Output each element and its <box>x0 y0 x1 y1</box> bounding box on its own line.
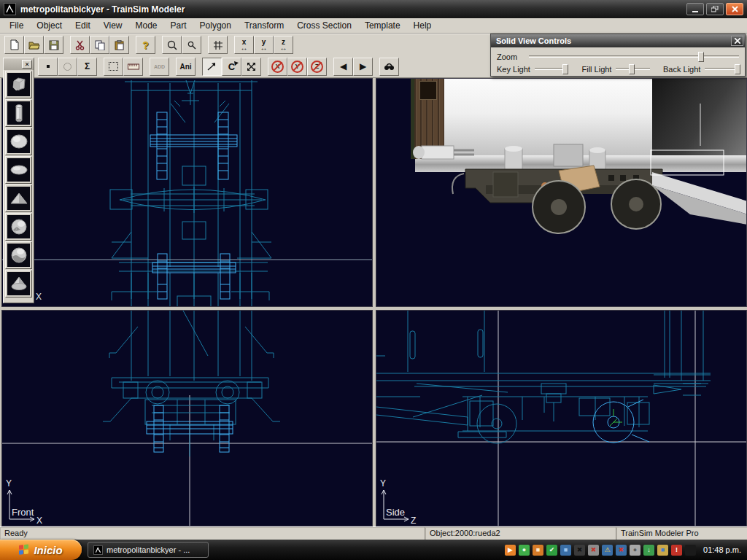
update-download-icon[interactable]: ↓ <box>643 545 654 556</box>
lock-y-button[interactable]: Y <box>287 58 307 76</box>
move-tool-icon[interactable] <box>202 58 222 76</box>
menu-edit[interactable]: Edit <box>69 19 97 32</box>
device-removed-icon[interactable]: ✖ <box>588 545 599 556</box>
point-mode-icon[interactable] <box>38 58 58 76</box>
panel-close-icon[interactable] <box>731 36 743 46</box>
zoom-in-icon[interactable] <box>162 36 182 54</box>
network-places-icon[interactable]: ■ <box>560 545 571 556</box>
minimize-button[interactable] <box>686 3 704 15</box>
menu-help[interactable]: Help <box>407 19 438 32</box>
viewport-name-label: Side <box>386 507 405 518</box>
copy-icon[interactable] <box>90 36 109 54</box>
box-primitive-button[interactable] <box>5 71 32 98</box>
zoom-slider-thumb[interactable] <box>698 52 704 62</box>
menu-template[interactable]: Template <box>358 19 407 32</box>
task-app-icon <box>93 545 103 555</box>
close-button[interactable] <box>726 3 743 15</box>
menu-polygon[interactable]: Polygon <box>193 19 238 32</box>
title-bar: metropolitanbickyer - TrainSim Modeler <box>0 0 747 18</box>
constrain-x-button[interactable]: x↔ <box>234 36 254 54</box>
wedge-primitive-button[interactable] <box>5 184 32 212</box>
cone-primitive-button[interactable] <box>5 270 32 298</box>
grid-toggle-icon[interactable] <box>208 36 228 54</box>
menu-cross-section[interactable]: Cross Section <box>290 19 358 32</box>
fill-light-slider-thumb[interactable] <box>629 64 635 74</box>
circle-mode-icon[interactable] <box>58 58 77 76</box>
audio-volume-icon[interactable]: ● <box>630 545 640 556</box>
geosphere-primitive-button[interactable] <box>5 213 32 241</box>
constrain-z-button[interactable]: z↔ <box>274 36 293 54</box>
restore-button[interactable] <box>706 3 724 15</box>
animation-button[interactable]: Ani <box>176 58 196 76</box>
open-file-icon[interactable] <box>24 36 44 54</box>
taskbar-task-trainsim[interactable]: metropolitanbickyer - ... <box>88 542 209 558</box>
lock-z-button[interactable]: Z <box>307 58 327 76</box>
media-player-icon[interactable]: ▶ <box>505 545 516 556</box>
marquee-select-icon[interactable] <box>104 58 123 76</box>
trainsim-modeler-window: metropolitanbickyer - TrainSim Modeler F… <box>0 0 747 560</box>
menu-object[interactable]: Object <box>30 19 69 32</box>
sphere-primitive-button[interactable] <box>5 128 32 155</box>
viewport-front-bottom[interactable]: Y Front X <box>1 310 373 526</box>
shape-toolbar-titlebar[interactable]: ✕ <box>4 58 34 70</box>
menu-transform[interactable]: Transform <box>238 19 290 32</box>
paste-icon[interactable] <box>109 36 129 54</box>
menu-file[interactable]: File <box>3 19 30 32</box>
jack-utility-icon[interactable]: ✖ <box>574 545 585 556</box>
cylinder-primitive-button[interactable] <box>5 99 32 127</box>
cut-icon[interactable] <box>70 36 90 54</box>
messenger-icon[interactable]: ● <box>519 545 530 556</box>
antivirus-ok-icon[interactable]: ✔ <box>546 545 557 556</box>
system-tray: ▶ ● ■ ✔ ■ ✖ ✖ ⚠ ✖ ● ↓ ■ ! 01:48 p.m. <box>505 545 747 556</box>
menu-part[interactable]: Part <box>164 19 193 32</box>
ruler-icon[interactable] <box>123 58 143 76</box>
viewport-side[interactable]: Y Side Z <box>376 310 747 526</box>
zoom-slider-row: Zoom <box>497 50 739 63</box>
axis-z-label: Z <box>411 516 416 526</box>
add-part-button[interactable]: ADD <box>150 58 169 76</box>
back-light-label: Back Light <box>663 65 700 74</box>
save-file-icon[interactable] <box>44 36 63 54</box>
color-grid-app-icon[interactable] <box>685 545 696 556</box>
start-button[interactable]: Inicio <box>0 540 82 560</box>
status-bar: Ready Object:2000:rueda2 TrainSim Modele… <box>0 526 747 540</box>
network-warning-icon[interactable]: ⚠ <box>602 545 613 556</box>
viewport-front-top[interactable]: X <box>1 78 373 307</box>
menu-mode[interactable]: Mode <box>129 19 164 32</box>
key-light-slider-thumb[interactable] <box>562 64 568 74</box>
viewport-render[interactable] <box>376 78 747 307</box>
file-sync-icon[interactable]: ■ <box>657 545 668 556</box>
scale-tool-icon[interactable] <box>241 58 261 76</box>
find-icon[interactable] <box>379 58 399 76</box>
taskbar-clock[interactable]: 01:48 p.m. <box>703 545 741 554</box>
prev-part-button[interactable]: ◀ <box>333 58 353 76</box>
shape-toolbar-close-icon[interactable]: ✕ <box>22 60 32 69</box>
next-part-button[interactable]: ▶ <box>353 58 373 76</box>
side-wireframe: Y Side Z <box>376 311 747 526</box>
back-light-slider[interactable] <box>705 68 739 70</box>
rotate-tool-icon[interactable]: C <box>222 58 241 76</box>
hemisphere-primitive-button[interactable] <box>5 241 32 269</box>
key-light-slider[interactable] <box>535 68 569 70</box>
solid-view-controls-titlebar[interactable]: Solid View Controls <box>491 34 745 47</box>
new-file-icon[interactable] <box>4 36 24 54</box>
network-disconnected-icon[interactable]: ✖ <box>616 545 627 556</box>
menu-bar: File Object Edit View Mode Part Polygon … <box>0 18 747 34</box>
disc-primitive-button[interactable] <box>5 156 32 184</box>
back-light-slider-thumb[interactable] <box>735 64 740 74</box>
lock-x-button[interactable]: X <box>268 58 287 76</box>
photo-manager-icon[interactable]: ■ <box>533 545 543 556</box>
constrain-y-button[interactable]: y↔ <box>254 36 274 54</box>
fill-light-slider[interactable] <box>616 68 650 70</box>
axis-y-label: Y <box>6 478 12 489</box>
menu-view[interactable]: View <box>97 19 129 32</box>
zoom-out-icon[interactable] <box>182 36 201 54</box>
security-alert-icon[interactable]: ! <box>671 545 682 556</box>
help-icon[interactable]: ? <box>136 36 155 54</box>
solid-view-controls-panel: Solid View Controls Zoom Key Light Fill … <box>490 34 746 77</box>
axis-x-label: X <box>36 292 42 302</box>
panel-title: Solid View Controls <box>496 36 731 45</box>
zoom-slider[interactable] <box>529 55 739 58</box>
selected-origin-marker <box>610 409 622 426</box>
polyline-mode-button[interactable]: Σ <box>77 58 97 76</box>
